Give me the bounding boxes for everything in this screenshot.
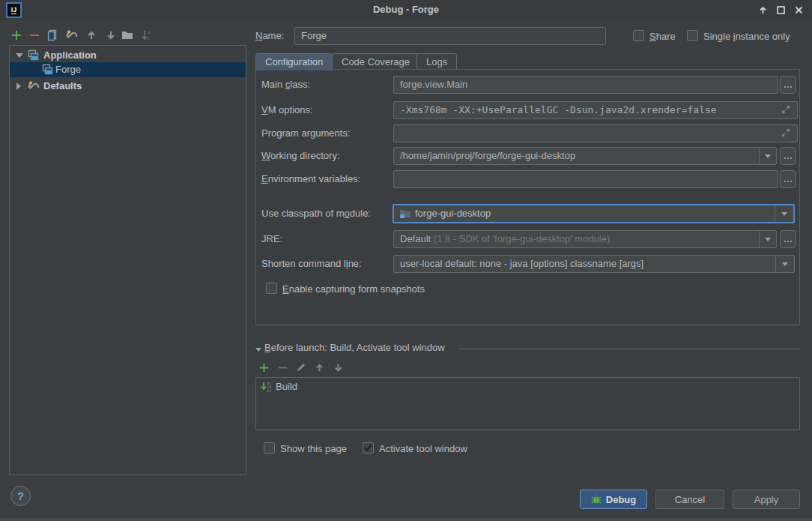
before-launch-move-down-button[interactable] — [331, 361, 345, 374]
before-launch-collapse-icon[interactable] — [255, 348, 261, 352]
expand-field-icon[interactable] — [781, 104, 791, 115]
environment-variables-label: Environment variables: — [261, 170, 360, 188]
environment-variables-browse-button[interactable]: … — [780, 170, 796, 188]
plus-icon — [259, 363, 269, 373]
chevron-down-icon[interactable] — [16, 53, 23, 58]
build-icon: 01 10 01 — [261, 381, 273, 393]
tree-item-forge[interactable]: Forge — [10, 62, 246, 77]
application-icon — [28, 49, 40, 61]
title-bar: Debug - Forge IJ — [0, 0, 812, 19]
folder-icon — [121, 29, 133, 41]
tab-code-coverage[interactable]: Code Coverage — [332, 53, 419, 70]
classpath-module-label: Use classpath of module: — [261, 205, 371, 223]
working-directory-value: /home/jamin/proj/forge/forge-gui-desktop — [400, 148, 575, 164]
enable-snapshots-checkbox[interactable] — [266, 283, 277, 294]
jre-label: JRE: — [261, 230, 282, 248]
vm-options-input[interactable]: -Xms768m -XX:+UseParallelGC -Dsun.java2d… — [393, 101, 798, 119]
pencil-icon — [296, 362, 306, 373]
name-input[interactable]: Forge — [294, 27, 606, 45]
copy-configuration-button[interactable] — [46, 28, 59, 42]
intellij-logo-icon: IJ — [6, 2, 22, 18]
enable-snapshots-label: Enable capturing form snapshots — [282, 283, 425, 295]
tree-item-label: Forge — [55, 62, 81, 77]
before-launch-remove-button[interactable] — [276, 361, 289, 374]
before-launch-add-button[interactable] — [257, 361, 270, 374]
chevron-down-icon — [765, 154, 771, 158]
classpath-module-combo[interactable]: forge-gui-desktop — [393, 204, 795, 223]
chevron-right-icon[interactable] — [16, 82, 21, 90]
classpath-module-dropdown[interactable] — [775, 205, 793, 222]
main-class-browse-button[interactable]: … — [780, 76, 796, 94]
program-arguments-input[interactable] — [393, 124, 798, 142]
share-checkbox-row[interactable]: Share — [633, 30, 676, 42]
arrow-up-icon — [86, 30, 97, 40]
before-launch-header: Before launch: Build, Activate tool wind… — [264, 339, 445, 357]
shorten-command-line-label: Shorten command line: — [261, 255, 362, 273]
debug-configuration-dialog: Debug - Forge IJ — [0, 0, 812, 521]
apply-button[interactable]: Apply — [733, 490, 800, 509]
arrow-down-icon — [106, 30, 116, 40]
tree-group-label: Defaults — [43, 79, 82, 94]
window-bottom-edge — [0, 518, 812, 521]
arrow-down-icon — [333, 363, 343, 373]
name-label: Name: — [255, 27, 284, 45]
jre-dropdown[interactable] — [759, 231, 776, 247]
new-folder-button[interactable] — [121, 28, 134, 42]
shorten-command-line-dropdown[interactable] — [775, 256, 794, 272]
before-launch-edit-button[interactable] — [294, 361, 308, 374]
edit-defaults-button[interactable] — [65, 28, 79, 42]
move-up-button[interactable] — [85, 28, 98, 42]
main-class-input[interactable]: forge.view.Main — [393, 76, 778, 94]
share-label: Share — [649, 31, 676, 42]
shorten-command-line-value: user-local default: none - java [options… — [400, 256, 643, 272]
working-directory-dropdown[interactable] — [759, 148, 776, 164]
rollup-window-icon[interactable] — [755, 3, 770, 16]
activate-tool-window-checkbox-row[interactable]: Activate tool window — [363, 442, 467, 454]
task-list-item[interactable]: 01 10 01 Build — [256, 379, 799, 394]
enable-snapshots-checkbox-row[interactable]: Enable capturing form snapshots — [266, 283, 425, 295]
working-directory-combo[interactable]: /home/jamin/proj/forge/forge-gui-desktop — [393, 147, 777, 165]
remove-configuration-button[interactable] — [28, 28, 41, 42]
sort-az-icon: a z — [141, 29, 153, 41]
program-arguments-label: Program arguments: — [261, 124, 351, 142]
wrench-icon — [66, 29, 78, 41]
jre-value: Default (1.8 - SDK of 'forge-gui-desktop… — [400, 231, 610, 247]
before-launch-task-list: 01 10 01 Build — [255, 377, 800, 430]
debug-button[interactable]: Debug — [580, 490, 647, 509]
before-launch-move-up-button[interactable] — [312, 361, 326, 374]
environment-variables-input[interactable] — [393, 170, 778, 188]
single-instance-checkbox[interactable] — [687, 30, 698, 41]
cancel-button[interactable]: Cancel — [655, 490, 724, 509]
jre-browse-button[interactable]: … — [780, 230, 796, 248]
sort-configurations-button[interactable]: a z — [140, 28, 154, 42]
activate-tool-window-label: Activate tool window — [379, 443, 467, 454]
plus-icon — [11, 30, 22, 40]
working-directory-browse-button[interactable]: … — [780, 147, 796, 165]
move-down-button[interactable] — [104, 28, 118, 42]
close-window-icon[interactable] — [791, 3, 806, 16]
tab-logs[interactable]: Logs — [416, 53, 457, 70]
window-title: Debug - Forge — [0, 0, 812, 19]
activate-tool-window-checkbox[interactable] — [363, 442, 374, 454]
help-button[interactable]: ? — [10, 486, 31, 506]
minus-icon — [29, 30, 40, 40]
debug-button-label: Debug — [606, 494, 636, 505]
jre-value-primary: Default — [400, 233, 431, 244]
show-this-page-checkbox-row[interactable]: Show this page — [264, 442, 347, 454]
arrow-up-icon — [315, 363, 324, 373]
shorten-command-line-combo[interactable]: user-local default: none - java [options… — [393, 255, 795, 273]
jre-combo[interactable]: Default (1.8 - SDK of 'forge-gui-desktop… — [393, 230, 777, 248]
show-this-page-checkbox[interactable] — [264, 442, 275, 454]
single-instance-checkbox-row[interactable]: Single instance only — [687, 30, 790, 42]
chevron-down-icon — [781, 212, 787, 216]
tree-group-application[interactable]: Application — [10, 48, 246, 63]
add-configuration-button[interactable] — [10, 28, 23, 42]
tree-group-defaults[interactable]: Defaults — [10, 79, 246, 94]
apply-button-label: Apply — [754, 494, 779, 505]
tab-configuration[interactable]: Configuration — [255, 53, 333, 70]
share-checkbox[interactable] — [633, 30, 644, 41]
question-mark-icon: ? — [17, 490, 24, 502]
cancel-button-label: Cancel — [675, 494, 705, 505]
maximize-window-icon[interactable] — [773, 3, 788, 16]
expand-field-icon[interactable] — [781, 127, 791, 138]
